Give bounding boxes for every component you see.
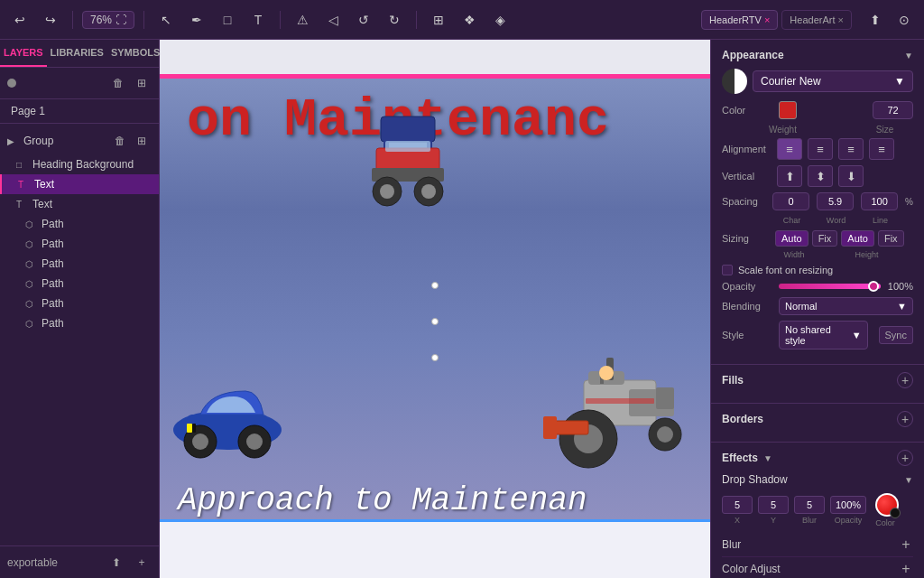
shape-tool[interactable]: □ [215, 7, 240, 33]
zoom-icon: ⛶ [116, 14, 126, 26]
shadow-y-group: 5 Y [758, 496, 789, 525]
sidebar-tab-symbols[interactable]: SYMBOLS [107, 40, 163, 67]
align-justify-btn[interactable]: ≡ [869, 138, 894, 160]
canvas-area[interactable]: on Maintenanc [160, 40, 710, 578]
color-swatch[interactable] [779, 101, 797, 119]
sidebar-tab-layers[interactable]: LAYERS [0, 40, 47, 67]
add-layer-btn[interactable]: + [132, 553, 152, 573]
height-fix-btn[interactable]: Fix [878, 230, 904, 247]
text-tool[interactable]: T [245, 7, 271, 33]
opacity-thumb[interactable] [868, 281, 879, 292]
warning-tool[interactable]: ⚠ [290, 7, 315, 33]
pen-tool[interactable]: ✒ [184, 7, 209, 33]
layer-path-4[interactable]: ⬡ Path [0, 274, 159, 294]
font-preview[interactable]: ✏ [722, 69, 747, 94]
add-fill-btn[interactable]: + [897, 372, 913, 388]
layer-heading-bg[interactable]: □ Heading Background [0, 154, 159, 174]
align-center-btn[interactable]: ≡ [808, 138, 833, 160]
spacing-char-field[interactable]: 0 [772, 192, 809, 210]
layer-group[interactable]: ▶ Group 🗑 ⊞ [0, 127, 159, 154]
align-left-btn[interactable]: ≡ [777, 138, 802, 160]
path-icon-1: ⬡ [25, 219, 38, 229]
layer-more-btn[interactable]: ⊞ [132, 131, 152, 151]
fills-title: Fills [722, 374, 744, 387]
layer-path-5[interactable]: ⬡ Path [0, 294, 159, 313]
canvas-tab-art[interactable]: HeaderArt × [781, 10, 852, 30]
valign-bottom-btn[interactable]: ⬇ [838, 165, 864, 187]
font-size-field[interactable]: 72 [873, 101, 913, 119]
zoom-indicator[interactable]: 76% ⛶ [82, 11, 134, 29]
spacing-line-field[interactable]: 100 [861, 192, 898, 210]
blur-add-btn[interactable]: + [899, 537, 913, 552]
sizing-sublabels: Width Height [722, 250, 913, 259]
export-icon[interactable]: ⬆ [863, 7, 888, 33]
path-icon-3: ⬡ [25, 259, 38, 269]
svg-rect-16 [187, 424, 192, 433]
control-point-bottom[interactable] [431, 354, 439, 361]
layer-options-btn[interactable]: ⊞ [132, 73, 152, 93]
layer-path-1[interactable]: ⬡ Path [0, 214, 159, 234]
shadow-y-field[interactable]: 5 [758, 496, 789, 514]
blending-select[interactable]: Normal ▼ [779, 297, 913, 315]
shadow-blur-field[interactable]: 5 [794, 496, 825, 514]
borders-title: Borders [722, 413, 763, 425]
opacity-slider[interactable] [779, 284, 881, 289]
height-auto-btn[interactable]: Auto [841, 230, 874, 247]
layer-delete-btn[interactable]: 🗑 [110, 131, 130, 151]
vehicle-cart [367, 112, 448, 215]
spacing-word-field[interactable]: 5.9 [817, 192, 854, 210]
align-right-btn[interactable]: ≡ [838, 138, 864, 160]
layer-path-6[interactable]: ⬡ Path [0, 313, 159, 333]
appearance-section: Appearance ▼ ✏ Courier New ▼ Color 72 [711, 40, 924, 365]
width-fix-btn[interactable]: Fix [812, 230, 838, 247]
layer-path-3[interactable]: ⬡ Path [0, 254, 159, 274]
sync-btn[interactable]: Sync [879, 326, 913, 344]
opacity-row: Opacity 100% [722, 281, 913, 292]
add-border-btn[interactable]: + [897, 411, 913, 427]
settings-icon[interactable]: ⊙ [892, 7, 917, 33]
control-point-mid[interactable] [431, 318, 439, 325]
style-select[interactable]: No shared style ▼ [779, 321, 868, 350]
redo-button[interactable]: ↪ [38, 7, 63, 33]
flip-tool[interactable]: ◁ [320, 7, 346, 33]
shadow-x-field[interactable]: 5 [722, 496, 753, 514]
text-layer-icon-2: T [16, 200, 29, 210]
delete-layer-btn[interactable]: 🗑 [108, 73, 128, 93]
appearance-header: Appearance ▼ [722, 49, 913, 61]
scale-font-checkbox[interactable] [722, 265, 733, 275]
export-btn[interactable]: ⬆ [106, 553, 126, 573]
font-row: ✏ Courier New ▼ [722, 69, 913, 94]
color-adjust-add-btn[interactable]: + [899, 562, 913, 576]
borders-header: Borders + [722, 411, 913, 427]
top-toolbar: ↩ ↪ 76% ⛶ ↖ ✒ □ T ⚠ ◁ ↺ ↻ ⊞ ❖ ◈ HeaderRT… [0, 0, 924, 40]
shape-layer-icon: □ [16, 160, 29, 170]
font-selector[interactable]: Courier New ▼ [753, 70, 913, 92]
width-auto-btn[interactable]: Auto [775, 230, 808, 247]
grid-tool[interactable]: ⊞ [426, 7, 451, 33]
effects-header: Effects ▼ + [722, 450, 913, 466]
component-tool[interactable]: ❖ [457, 7, 482, 33]
vertical-row: Vertical ⬆ ⬍ ⬇ [722, 165, 913, 187]
shadow-opacity-field[interactable]: 100% [830, 496, 866, 514]
path-icon-2: ⬡ [25, 239, 38, 249]
undo-button[interactable]: ↩ [7, 7, 32, 33]
layer-path-5-label: Path [42, 297, 64, 310]
canvas-bg: on Maintenanc [160, 76, 710, 524]
layer-text-2[interactable]: T Text [0, 194, 159, 214]
canvas-tab-rtv[interactable]: HeaderRTV × [701, 10, 778, 30]
layer-indicator [7, 79, 16, 88]
rotate-cw-tool[interactable]: ↻ [382, 7, 407, 33]
rotate-ccw-tool[interactable]: ↺ [351, 7, 376, 33]
sidebar-tab-libraries[interactable]: LIBRARIES [47, 40, 107, 67]
valign-mid-btn[interactable]: ⬍ [808, 165, 833, 187]
add-effect-btn[interactable]: + [897, 450, 913, 466]
drop-shadow-row: Drop Shadow ▼ [722, 473, 913, 486]
valign-top-btn[interactable]: ⬆ [777, 165, 802, 187]
layer-text-1[interactable]: T Text [0, 174, 159, 194]
blending-arrow: ▼ [897, 301, 907, 312]
shadow-color-swatch[interactable] [875, 493, 899, 517]
mask-tool[interactable]: ◈ [487, 7, 513, 33]
control-point-top[interactable] [431, 282, 439, 289]
layer-path-2[interactable]: ⬡ Path [0, 234, 159, 254]
cursor-tool[interactable]: ↖ [153, 7, 179, 33]
